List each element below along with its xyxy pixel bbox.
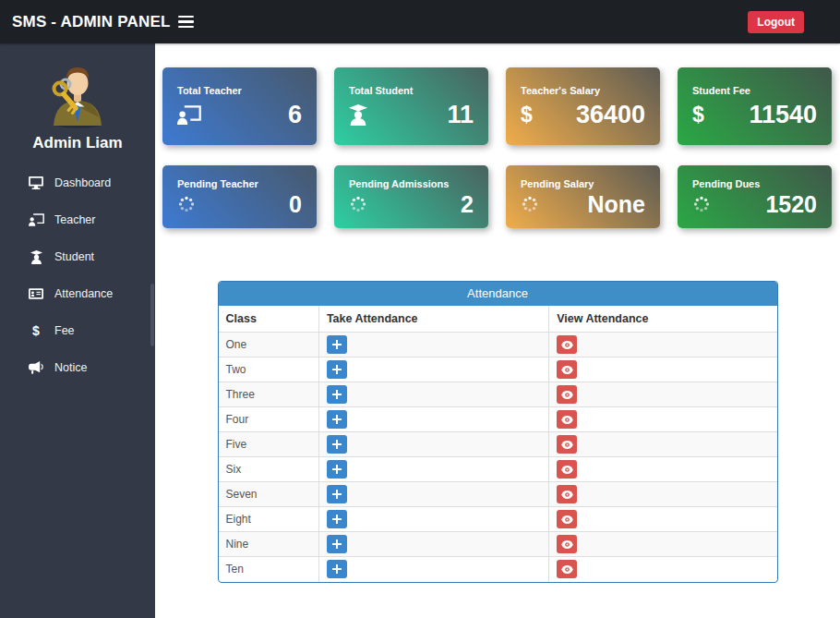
attendance-panel: Attendance Class Take Attendance View At…: [218, 281, 778, 583]
view-attendance-button[interactable]: [557, 485, 577, 503]
class-name-cell: Five: [219, 432, 319, 457]
column-header-class: Class: [219, 306, 319, 333]
attendance-panel-title: Attendance: [219, 282, 777, 306]
view-attendance-button[interactable]: [557, 360, 577, 379]
card-label: Pending Salary: [521, 178, 645, 189]
view-attendance-button[interactable]: [557, 535, 577, 553]
class-name-cell: Two: [219, 357, 319, 382]
card-value: None: [588, 193, 646, 216]
dollar-icon: $: [521, 104, 533, 126]
chalkboard-teacher-icon: [28, 213, 44, 226]
sidebar-item-notice[interactable]: Notice: [0, 349, 155, 386]
take-attendance-button[interactable]: [327, 335, 347, 354]
sidebar-item-label: Teacher: [54, 213, 95, 226]
table-row: Three: [219, 382, 777, 407]
take-attendance-button[interactable]: [327, 460, 347, 479]
hamburger-menu-icon[interactable]: [174, 11, 198, 33]
sidebar-item-student[interactable]: Student: [0, 238, 155, 275]
class-name-cell: Three: [219, 382, 319, 407]
main-content: Total Teacher 6 Total Student 11 Teacher…: [155, 43, 840, 618]
dollar-icon: $: [692, 104, 704, 126]
table-row: Four: [219, 407, 777, 432]
view-attendance-button[interactable]: [557, 410, 577, 429]
class-name-cell: Six: [219, 457, 319, 482]
card-label: Teacher's Salary: [521, 85, 645, 96]
take-attendance-button[interactable]: [327, 435, 347, 454]
class-name-cell: Eight: [219, 507, 319, 532]
card-label: Pending Admissions: [349, 178, 474, 189]
card-value: 11: [447, 103, 474, 127]
stat-card-pending-admissions: Pending Admissions 2: [334, 165, 488, 228]
take-attendance-button[interactable]: [327, 560, 347, 578]
view-attendance-button[interactable]: [557, 560, 577, 578]
logout-button[interactable]: Logout: [748, 11, 804, 33]
spinner-icon: [177, 195, 196, 213]
table-row: Five: [219, 432, 777, 457]
stat-card-total-teacher: Total Teacher 6: [162, 67, 317, 145]
class-name-cell: Four: [219, 407, 319, 432]
chalkboard-teacher-icon: [177, 105, 201, 125]
sidebar-menu: Dashboard Teacher Student Attendance $ F…: [0, 164, 155, 386]
bullhorn-icon: [28, 361, 44, 374]
user-graduate-icon: [349, 104, 367, 126]
app-title: SMS - ADMIN PANEL: [0, 13, 148, 31]
table-row: Nine: [219, 532, 777, 557]
sidebar-item-fee[interactable]: $ Fee: [0, 312, 155, 349]
take-attendance-button[interactable]: [327, 510, 347, 528]
address-card-icon: [28, 288, 44, 299]
dollar-icon: $: [28, 323, 44, 338]
spinner-icon: [349, 195, 367, 213]
sidebar-item-label: Attendance: [54, 287, 113, 300]
class-name-cell: Seven: [219, 482, 319, 507]
view-attendance-button[interactable]: [557, 335, 577, 354]
take-attendance-button[interactable]: [327, 410, 347, 429]
admin-name: Admin Liam: [0, 134, 155, 152]
card-label: Total Student: [349, 85, 474, 96]
card-label: Total Teacher: [177, 85, 302, 96]
user-graduate-icon: [28, 250, 44, 264]
sidebar-item-label: Notice: [54, 361, 87, 374]
app-root: SMS - ADMIN PANEL Logout Admin Liam: [0, 0, 840, 618]
card-value: 6: [288, 103, 302, 127]
view-attendance-button[interactable]: [557, 435, 577, 454]
stat-card-total-student: Total Student 11: [334, 67, 488, 145]
card-value: 11540: [749, 103, 817, 127]
card-label: Student Fee: [692, 85, 817, 96]
take-attendance-button[interactable]: [327, 485, 347, 503]
sidebar-item-attendance[interactable]: Attendance: [0, 275, 155, 312]
stat-card-pending-salary: Pending Salary None: [506, 165, 660, 228]
table-row: One: [219, 333, 777, 357]
admin-avatar: [41, 55, 114, 129]
stat-card-student-fee: Student Fee $ 11540: [678, 67, 832, 145]
sidebar-scrollbar[interactable]: [150, 284, 154, 346]
class-name-cell: Ten: [219, 557, 319, 582]
card-value: 36400: [576, 103, 645, 127]
take-attendance-button[interactable]: [327, 360, 347, 379]
table-row: Two: [219, 357, 777, 382]
desktop-icon: [28, 176, 44, 189]
spinner-icon: [521, 195, 539, 213]
stat-card-pending-teacher: Pending Teacher 0: [162, 165, 317, 228]
sidebar-item-dashboard[interactable]: Dashboard: [0, 164, 155, 201]
attendance-table: Class Take Attendance View Attendance On…: [219, 306, 777, 582]
table-row: Eight: [219, 507, 777, 532]
view-attendance-button[interactable]: [557, 385, 577, 404]
view-attendance-button[interactable]: [557, 460, 577, 479]
sidebar: Admin Liam Dashboard Teacher Student Att…: [0, 43, 155, 618]
stat-cards: Total Teacher 6 Total Student 11 Teacher…: [155, 43, 840, 228]
take-attendance-button[interactable]: [327, 535, 347, 553]
column-header-view-attendance: View Attendance: [549, 306, 777, 333]
table-row: Ten: [219, 557, 777, 582]
view-attendance-button[interactable]: [557, 510, 577, 528]
card-value: 0: [289, 193, 302, 216]
take-attendance-button[interactable]: [327, 385, 347, 404]
stat-card-teachers-salary: Teacher's Salary $ 36400: [506, 67, 660, 145]
spinner-icon: [692, 195, 711, 213]
class-name-cell: Nine: [219, 532, 319, 557]
table-row: Seven: [219, 482, 777, 507]
card-label: Pending Teacher: [177, 178, 302, 189]
sidebar-item-teacher[interactable]: Teacher: [0, 201, 155, 238]
sidebar-item-label: Fee: [54, 324, 75, 337]
card-label: Pending Dues: [692, 178, 817, 189]
card-value: 2: [461, 193, 474, 216]
